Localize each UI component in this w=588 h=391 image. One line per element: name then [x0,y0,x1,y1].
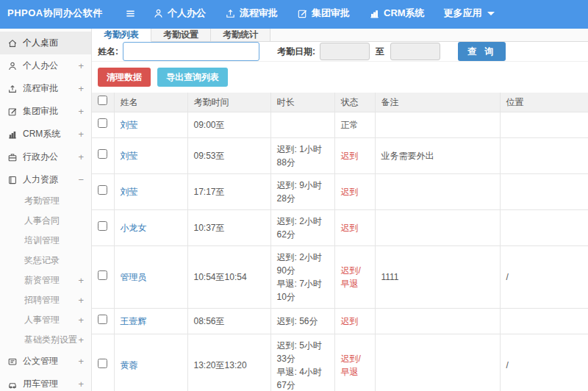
tab-bar: 考勤列表考勤设置考勤统计 [92,29,588,42]
expand-plus-icon[interactable]: + [78,379,85,390]
hamburger-icon[interactable] [118,8,143,19]
expand-plus-icon[interactable]: + [78,275,85,286]
select-all-checkbox[interactable] [98,96,107,105]
tab-考勤统计[interactable]: 考勤统计 [211,29,270,41]
expand-plus-icon[interactable]: + [78,315,85,326]
location-cell [500,309,588,334]
user-icon [153,8,164,19]
date-from-input[interactable] [320,43,370,60]
employee-name-link[interactable]: 小龙女 [121,223,147,233]
sidebar-item-流程审批[interactable]: 流程审批+ [0,77,91,100]
sidebar-item-label: 个人办公 [23,60,78,72]
employee-name-link[interactable]: 管理员 [121,272,147,282]
duration-line: 迟到: 56分 [277,315,329,328]
expand-plus-icon[interactable]: + [78,83,85,94]
employee-name-link[interactable]: 刘莹 [121,187,138,197]
flow-approve-icon [225,8,236,19]
sidebar-item-基础类别设置[interactable]: 基础类别设置+ [0,330,91,350]
duration-cell: 迟到: 2小时90分早退: 7小时10分 [270,246,334,309]
employee-name-link[interactable]: 刘莹 [121,151,138,161]
note-cell [375,174,500,210]
topnav-item-2[interactable]: 流程审批 [225,7,278,20]
edit-approve-icon [7,107,18,117]
date-to-input[interactable] [390,43,440,60]
duration-cell: 迟到: 2小时62分 [270,210,334,246]
expand-plus-icon[interactable]: + [78,334,85,345]
expand-plus-icon[interactable]: + [78,129,85,140]
note-cell: 1111 [375,246,500,309]
row-checkbox[interactable] [98,270,107,280]
duration-cell [270,112,334,138]
sidebar-item-奖惩记录[interactable]: 奖惩记录 [0,251,91,270]
collapse-minus-icon[interactable]: − [78,174,85,185]
status-badge: 正常 [341,120,359,130]
attendance-time-cell: 09:53至 [187,138,270,174]
expand-plus-icon[interactable]: + [78,295,85,306]
attendance-table: 姓名考勤时间时长状态备注位置 刘莹09:00至正常刘莹09:53至迟到: 1小时… [92,93,588,391]
duration-line: 迟到: 2小时62分 [277,215,329,241]
sidebar-item-人事管理[interactable]: 人事管理+ [0,310,91,330]
row-checkbox[interactable] [98,149,107,159]
book-icon [7,175,18,185]
expand-plus-icon[interactable]: + [78,60,85,71]
document-icon [7,356,18,367]
note-cell [375,210,500,246]
table-row: 刘莹09:00至正常 [92,112,588,138]
attendance-time-cell: 10:37至 [187,210,270,246]
filter-form: 姓名: 考勤日期: 至 查 询 [92,42,588,62]
sidebar-item-CRM系统[interactable]: CRM系统+ [0,123,91,146]
employee-name-link[interactable]: 刘莹 [121,120,138,130]
sidebar-item-薪资管理[interactable]: 薪资管理+ [0,270,91,290]
topnav-item-1[interactable]: 个人办公 [153,7,206,20]
sidebar-item-个人办公[interactable]: 个人办公+ [0,54,91,77]
column-header-时长: 时长 [270,93,334,112]
export-list-button[interactable]: 导出查询列表 [157,68,228,87]
employee-name-link[interactable]: 黄蓉 [121,360,138,370]
bar-chart-icon [7,129,18,140]
row-checkbox[interactable] [98,221,107,231]
date-label: 考勤日期: [277,46,315,58]
search-button[interactable]: 查 询 [458,42,506,61]
tab-考勤列表[interactable]: 考勤列表 [92,29,151,42]
name-input[interactable] [123,42,259,61]
sidebar-item-人力资源[interactable]: 人力资源− [0,168,91,191]
sidebar-item-label: 个人桌面 [23,37,85,49]
column-header-备注: 备注 [375,93,500,112]
main-content: 考勤列表考勤设置考勤统计 姓名: 考勤日期: 至 查 询 清理数据 导出查询列表… [92,29,588,391]
row-checkbox[interactable] [98,118,107,128]
duration-cell: 迟到: 1小时88分 [270,138,334,174]
sidebar-item-考勤管理[interactable]: 考勤管理 [0,191,91,211]
topnav-label: 更多应用 [444,7,482,20]
table-body: 刘莹09:00至正常刘莹09:53至迟到: 1小时88分迟到业务需要外出刘莹17… [92,112,588,391]
sidebar-item-招聘管理[interactable]: 招聘管理+ [0,290,91,310]
sidebar-item-行政办公[interactable]: 行政办公+ [0,146,91,168]
sidebar-item-人事合同[interactable]: 人事合同 [0,211,91,231]
topnav-item-4[interactable]: CRM系统 [369,7,425,20]
table-row: 王壹辉08:56至迟到: 56分迟到 [92,309,588,334]
row-checkbox[interactable] [98,315,107,324]
topnav-item-5[interactable]: 更多应用 [444,7,495,20]
duration-cell: 迟到: 56分 [270,309,334,334]
sidebar-item-公文管理[interactable]: 公文管理+ [0,350,91,373]
table-row: 管理员10:54至10:54迟到: 2小时90分早退: 7小时10分迟到/早退1… [92,246,588,309]
tab-考勤设置[interactable]: 考勤设置 [151,29,211,41]
sidebar-item-label: 行政办公 [23,151,78,163]
attendance-time-cell: 09:00至 [187,112,270,138]
sidebar-item-用车管理[interactable]: 用车管理+ [0,373,91,391]
topnav-item-3[interactable]: 集团审批 [297,7,350,20]
clean-data-button[interactable]: 清理数据 [98,68,151,87]
sidebar-item-个人桌面[interactable]: 个人桌面 [0,32,91,54]
expand-plus-icon[interactable]: + [78,356,85,367]
duration-line: 迟到: 2小时90分 [277,251,329,277]
row-checkbox[interactable] [98,185,107,195]
sidebar-item-培训管理[interactable]: 培训管理 [0,231,91,251]
column-header-位置: 位置 [500,93,588,112]
table-actions: 清理数据 导出查询列表 [92,62,588,93]
row-checkbox[interactable] [98,359,107,368]
employee-name-link[interactable]: 王壹辉 [121,316,147,326]
sidebar-item-集团审批[interactable]: 集团审批+ [0,100,91,123]
expand-plus-icon[interactable]: + [78,151,85,162]
sidebar-item-label: 公文管理 [23,355,78,367]
sidebar-item-label: CRM系统 [23,128,78,140]
expand-plus-icon[interactable]: + [78,106,85,117]
